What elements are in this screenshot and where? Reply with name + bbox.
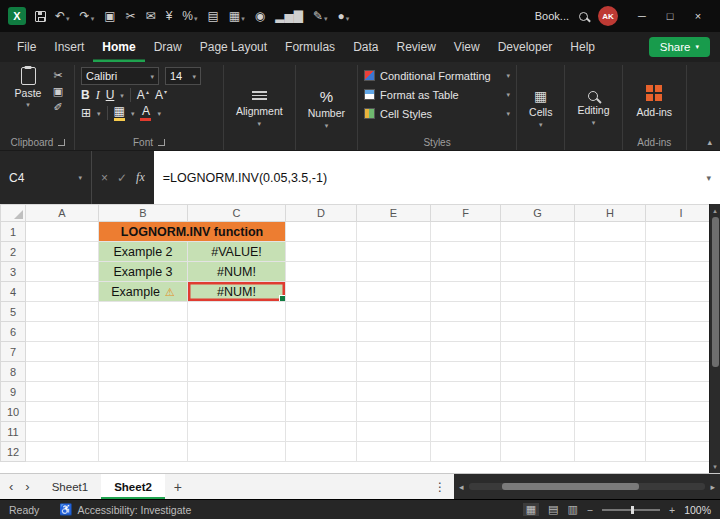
formula-bar-expand-button[interactable]: ▾ — [706, 173, 711, 183]
cell-I10[interactable] — [646, 402, 717, 422]
cell-D6[interactable] — [286, 322, 357, 342]
zoom-slider[interactable] — [602, 509, 660, 511]
dialog-launcher-icon[interactable] — [58, 139, 65, 146]
cell-B12[interactable] — [99, 442, 188, 462]
cell-E5[interactable] — [357, 302, 431, 322]
insert-function-button[interactable]: fx — [136, 170, 145, 185]
minimize-button[interactable]: ─ — [628, 0, 656, 32]
row-header-3[interactable]: 3 — [1, 262, 26, 282]
row-header-5[interactable]: 5 — [1, 302, 26, 322]
cell-B9[interactable] — [99, 382, 188, 402]
cell-I3[interactable] — [646, 262, 717, 282]
column-header-H[interactable]: H — [575, 205, 646, 222]
cell-C11[interactable] — [188, 422, 286, 442]
sheet-tab-sheet1[interactable]: Sheet1 — [39, 474, 101, 499]
cell-E11[interactable] — [357, 422, 431, 442]
cell-D10[interactable] — [286, 402, 357, 422]
cell-I4[interactable] — [646, 282, 717, 302]
cell-E12[interactable] — [357, 442, 431, 462]
styles-item-format-as-table[interactable]: Format as Table▾ — [364, 86, 510, 103]
borders-button[interactable]: ⊞ — [81, 107, 91, 119]
share-button[interactable]: Share ▾ — [649, 37, 710, 57]
percent-style-button[interactable]: %▾ — [182, 10, 197, 22]
scroll-left-icon[interactable]: ◂ — [459, 482, 464, 492]
scroll-down-icon[interactable]: ▾ — [713, 460, 717, 473]
collapse-ribbon-button[interactable]: ▴ — [707, 137, 712, 147]
cell-F7[interactable] — [431, 342, 501, 362]
name-box[interactable]: C4 ▾ — [0, 151, 92, 204]
alignment-menu-button[interactable]: Alignment ▾ — [230, 67, 289, 150]
new-sheet-button[interactable]: + — [165, 474, 191, 499]
cell-F4[interactable] — [431, 282, 501, 302]
row-header-12[interactable]: 12 — [1, 442, 26, 462]
cell-H12[interactable] — [575, 442, 646, 462]
print-button[interactable]: ▤ — [208, 10, 219, 22]
cell-C3[interactable]: #NUM! — [188, 262, 286, 282]
cell-G5[interactable] — [501, 302, 575, 322]
vertical-scrollbar[interactable]: ▴ ▾ — [709, 204, 720, 473]
cell-E3[interactable] — [357, 262, 431, 282]
cell-F12[interactable] — [431, 442, 501, 462]
styles-item-cell-styles[interactable]: Cell Styles▾ — [364, 105, 510, 122]
copy-button[interactable]: ▣ — [53, 85, 63, 98]
cell-C12[interactable] — [188, 442, 286, 462]
row-header-10[interactable]: 10 — [1, 402, 26, 422]
cut-button[interactable]: ✂ — [53, 69, 62, 82]
cell-A8[interactable] — [26, 362, 99, 382]
column-header-I[interactable]: I — [646, 205, 717, 222]
cell-E2[interactable] — [357, 242, 431, 262]
cell-D8[interactable] — [286, 362, 357, 382]
cell-F10[interactable] — [431, 402, 501, 422]
cell-H1[interactable] — [575, 222, 646, 242]
dialog-launcher-icon[interactable] — [158, 139, 165, 146]
page-break-view-button[interactable]: ▥ — [567, 504, 577, 515]
scroll-right-icon[interactable]: ▸ — [710, 482, 715, 492]
zoom-level[interactable]: 100% — [684, 504, 711, 516]
cell-I1[interactable] — [646, 222, 717, 242]
cell-G4[interactable] — [501, 282, 575, 302]
cells-menu-button[interactable]: ▦ Cells ▾ — [523, 67, 558, 150]
record-macro-button[interactable]: ●▾ — [337, 10, 349, 22]
cell-H4[interactable] — [575, 282, 646, 302]
cell-E7[interactable] — [357, 342, 431, 362]
chart-button[interactable]: ▂▅▇ — [275, 10, 303, 22]
cell-H5[interactable] — [575, 302, 646, 322]
cell-G8[interactable] — [501, 362, 575, 382]
menu-tab-view[interactable]: View — [445, 32, 489, 62]
cell-I12[interactable] — [646, 442, 717, 462]
save-button[interactable] — [35, 11, 46, 22]
column-header-F[interactable]: F — [431, 205, 501, 222]
menu-tab-developer[interactable]: Developer — [489, 32, 562, 62]
search-icon[interactable] — [579, 12, 588, 21]
cell-D9[interactable] — [286, 382, 357, 402]
cell-G12[interactable] — [501, 442, 575, 462]
cell-E4[interactable] — [357, 282, 431, 302]
menu-tab-formulas[interactable]: Formulas — [276, 32, 344, 62]
zoom-slider-thumb[interactable] — [631, 506, 634, 514]
font-color-button[interactable]: A — [140, 105, 151, 121]
cell-H11[interactable] — [575, 422, 646, 442]
cell-I7[interactable] — [646, 342, 717, 362]
cell-C9[interactable] — [188, 382, 286, 402]
cell-I8[interactable] — [646, 362, 717, 382]
cell-B10[interactable] — [99, 402, 188, 422]
formula-input[interactable]: =LOGNORM.INV(0.05,3.5,-1) ▾ — [154, 151, 720, 204]
redo-button[interactable]: ↷▾ — [80, 10, 95, 22]
cell-A11[interactable] — [26, 422, 99, 442]
cell-B11[interactable] — [99, 422, 188, 442]
cell-E10[interactable] — [357, 402, 431, 422]
cut-button[interactable]: ✂ — [126, 10, 136, 22]
italic-button[interactable]: I — [96, 89, 100, 101]
menu-tab-file[interactable]: File — [8, 32, 45, 62]
cell-A4[interactable] — [26, 282, 99, 302]
cell-B4[interactable]: Example⚠ — [99, 282, 188, 302]
cell-H3[interactable] — [575, 262, 646, 282]
scroll-up-icon[interactable]: ▴ — [713, 204, 717, 217]
cell-I5[interactable] — [646, 302, 717, 322]
next-sheet-button[interactable]: › — [25, 479, 29, 494]
sheet-tab-sheet2[interactable]: Sheet2 — [101, 474, 165, 499]
cell-G6[interactable] — [501, 322, 575, 342]
cell-B6[interactable] — [99, 322, 188, 342]
cell-E6[interactable] — [357, 322, 431, 342]
cell-B1[interactable]: LOGNORM.INV function — [99, 222, 286, 242]
